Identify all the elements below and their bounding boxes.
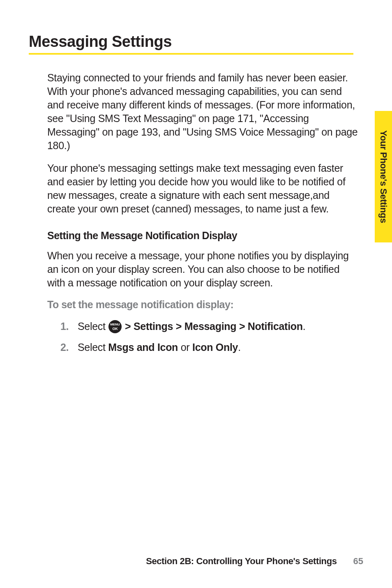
instruction-line: To set the message notification display: — [47, 299, 359, 311]
step-1: 1. Select MENU OK > Settings > Messaging… — [60, 320, 359, 334]
sub-paragraph: When you receive a message, your phone n… — [47, 249, 359, 290]
section-heading: Messaging Settings — [29, 33, 363, 53]
footer-page-number: 65 — [353, 556, 363, 567]
menu-ok-icon: MENU OK — [108, 320, 122, 334]
step-text-end: . — [238, 341, 241, 353]
intro-paragraph-1: Staying connected to your friends and fa… — [47, 71, 359, 152]
step-text-bold: > Settings > Messaging > Notification — [125, 321, 303, 332]
page-footer: Section 2B: Controlling Your Phone's Set… — [0, 556, 392, 567]
step-number: 2. — [60, 341, 78, 353]
sub-heading: Setting the Message Notification Display — [47, 230, 359, 242]
intro-paragraph-2: Your phone's messaging settings make tex… — [47, 161, 359, 216]
step-2: 2. Select Msgs and Icon or Icon Only. — [60, 341, 359, 354]
step-text: Select Msgs and Icon or Icon Only. — [78, 341, 241, 354]
step-text-bold-2: Icon Only — [192, 341, 238, 353]
step-text-pre: Select — [78, 341, 108, 353]
side-tab: Your Phone's Settings — [375, 111, 392, 242]
step-text-bold-1: Msgs and Icon — [108, 341, 178, 353]
footer-section-label: Section 2B: Controlling Your Phone's Set… — [146, 556, 337, 567]
step-text-mid: or — [178, 341, 192, 353]
section-heading-block: Messaging Settings — [29, 33, 363, 55]
heading-underline — [29, 53, 353, 55]
icon-bottom-text: OK — [113, 327, 118, 331]
step-text: Select MENU OK > Settings > Messaging > … — [78, 320, 305, 334]
step-text-pre: Select — [78, 321, 108, 332]
step-number: 1. — [60, 321, 78, 332]
icon-top-text: MENU — [111, 323, 120, 326]
step-text-end: . — [303, 321, 306, 332]
side-tab-label: Your Phone's Settings — [378, 130, 389, 223]
steps-list: 1. Select MENU OK > Settings > Messaging… — [47, 320, 359, 354]
